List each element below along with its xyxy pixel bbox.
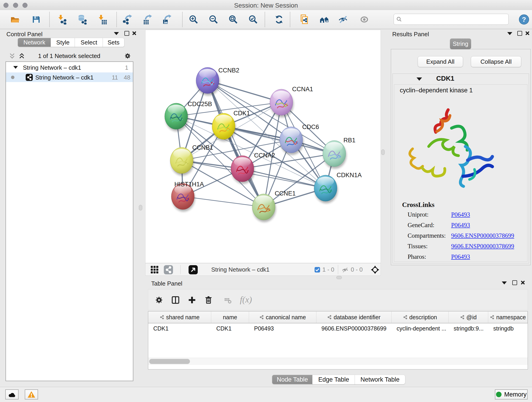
table-panel: Table Panel f(x) shared namenamecanonica… [148,279,528,385]
gear-icon[interactable] [124,52,132,60]
help-icon[interactable]: ? [519,14,529,25]
network-node-ccnb1[interactable] [170,147,194,176]
tab-network-table[interactable]: Network Table [355,375,405,384]
collapse-all-icon[interactable] [9,53,16,60]
expand-all-button[interactable]: Expand All [418,56,463,67]
search-input[interactable] [394,14,509,25]
add-column-icon[interactable] [187,295,197,305]
control-panel: Control Panel Network Style Select Sets … [3,30,136,384]
horizontal-scrollbar[interactable] [148,358,528,365]
scrollbar-thumb[interactable] [149,359,190,364]
selected-checkbox-icon[interactable] [315,267,320,273]
column-header--id[interactable]: @id [449,312,488,323]
network-node-cdkn1a[interactable] [314,175,338,203]
open-session-icon[interactable] [10,14,20,25]
crosslink-value[interactable]: P06493 [451,253,470,260]
network-node-rb1[interactable] [323,140,346,169]
zoom-fit-icon[interactable] [228,14,238,25]
crosslink-value[interactable]: P06493 [451,222,470,229]
import-network-file-icon[interactable] [57,14,67,25]
horizontal-splitter-handle[interactable] [336,276,342,279]
panel-menu-icon[interactable] [114,32,119,35]
panel-close-icon[interactable] [525,31,530,36]
panel-float-icon[interactable] [124,31,129,36]
collapse-all-button[interactable]: Collapse All [471,56,521,67]
grid-view-icon[interactable] [151,266,159,274]
tab-string[interactable]: String [450,38,471,49]
save-session-icon[interactable] [31,14,41,25]
panel-float-icon[interactable] [517,31,522,36]
tab-select[interactable]: Select [75,38,103,47]
network-node-ccne1[interactable] [252,194,276,222]
export-table-icon[interactable] [143,14,153,25]
zoom-in-icon[interactable] [189,14,199,25]
panel-menu-icon[interactable] [502,281,507,284]
import-table-file-icon[interactable] [97,14,107,25]
tab-network[interactable]: Network [18,38,51,47]
panel-close-icon[interactable] [132,31,137,36]
warnings-button[interactable] [25,389,38,400]
crosslink-value[interactable]: 9606.ENSP00000378699 [451,232,514,239]
table-cell[interactable]: CDK1 [148,323,211,333]
import-network-database-icon[interactable] [77,14,87,25]
section-collapse-icon[interactable] [417,77,422,81]
network-node-cdc6[interactable] [280,127,303,155]
network-node-ccna2[interactable] [231,156,254,184]
node-label-ccna2: CCNA2 [254,152,275,159]
panel-float-icon[interactable] [512,280,517,285]
table-cell[interactable]: stringdb:9... [449,323,488,333]
node-label-ccnb1: CCNB1 [192,144,213,151]
network-node-ccna1[interactable] [270,89,293,117]
crosslink-value[interactable]: 9606.ENSP00000378699 [451,243,514,250]
vertical-splitter-handle[interactable] [139,205,142,211]
fit-content-crosshair-icon[interactable] [370,265,380,274]
show-all-icon[interactable] [359,14,369,25]
export-network-icon[interactable] [123,14,133,25]
tab-sets[interactable]: Sets [103,38,124,47]
cloud-button[interactable] [5,389,19,400]
column-header-name[interactable]: name [211,312,249,323]
expand-all-icon[interactable] [18,53,25,60]
table-cell[interactable]: cyclin-dependent ... [392,323,449,333]
network-row-selected[interactable]: String Network – cdk1 11 48 [6,72,133,82]
crosslink-value[interactable]: P06493 [451,211,470,218]
show-columns-icon[interactable] [171,295,180,305]
network-node-cdc25b[interactable] [165,103,188,131]
table-cell[interactable]: stringdb [488,323,528,333]
network-node-ccnb2[interactable] [196,67,220,96]
network-edge[interactable] [208,80,264,207]
open-view-icon[interactable] [189,265,198,274]
refresh-icon[interactable] [274,14,284,25]
table-cell[interactable]: P06493 [249,323,317,333]
tab-style[interactable]: Style [51,38,75,47]
network-node-cdk1[interactable] [212,113,236,141]
table-cell[interactable]: CDK1 [211,323,249,333]
column-header-database-identifier[interactable]: database identifier [317,312,392,323]
panel-close-icon[interactable] [520,280,525,285]
first-neighbors-icon[interactable] [319,14,329,25]
column-header-namespace[interactable]: namespace [488,312,528,323]
memory-button[interactable]: Memory [495,389,528,400]
network-view-icon[interactable] [164,265,173,274]
crosslink-row: Pharos:P06493 [394,253,527,263]
open-network-in-browser-icon[interactable] [300,14,310,25]
node-label-ccna1: CCNA1 [292,86,313,93]
table-cell[interactable]: 9606.ENSP00000378699 [317,323,392,333]
zoom-out-icon[interactable] [209,14,219,25]
tree-expand-icon[interactable] [13,66,18,69]
network-canvas[interactable]: CCNB2CCNA1CDC25BCDK1CDC6RB1CCNB1CCNA2CDK… [145,30,381,263]
column-header-shared-name[interactable]: shared name [148,312,211,323]
hide-selected-icon[interactable] [338,14,348,25]
column-header-canonical-name[interactable]: canonical name [249,312,317,323]
delete-icon[interactable] [204,295,213,305]
panel-menu-icon[interactable] [507,32,512,35]
gear-icon[interactable] [154,295,164,305]
node-label-cdkn1a: CDKN1A [336,172,362,179]
tab-edge-table[interactable]: Edge Table [312,375,355,384]
zoom-selected-icon[interactable] [248,14,258,25]
network-edge[interactable] [242,169,326,188]
network-collection-row[interactable]: String Network – cdk1 1 [6,63,133,72]
export-image-icon[interactable] [162,14,172,25]
column-header-description[interactable]: description [392,312,449,323]
tab-node-table[interactable]: Node Table [272,375,313,384]
